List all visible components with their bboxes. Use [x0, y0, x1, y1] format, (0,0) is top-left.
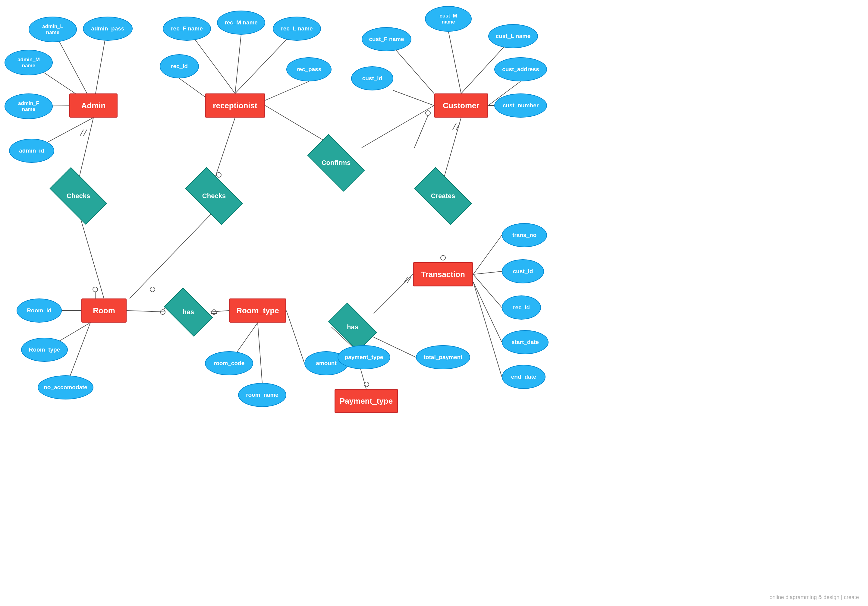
svg-line-6 — [78, 211, 104, 298]
erd-diagram: Admin receptionist Customer Room Room_ty… — [0, 0, 868, 606]
attr-cust-id-t: cust_id — [502, 259, 544, 283]
attr-rec-m-name: rec_M name — [217, 11, 265, 35]
attr-total-payment: total_payment — [416, 345, 470, 369]
attr-room-code: room_code — [205, 351, 253, 375]
attr-rec-pass: rec_pass — [286, 57, 332, 81]
svg-line-27 — [393, 90, 434, 106]
attr-no-accomodate: no_accomodate — [38, 375, 93, 399]
svg-point-19 — [150, 287, 155, 292]
rel-has-trans: has — [332, 314, 374, 341]
svg-line-5 — [78, 118, 93, 181]
svg-line-48 — [209, 311, 229, 312]
attr-cust-f-name: cust_F name — [362, 27, 411, 51]
attr-cust-address: cust_address — [494, 57, 547, 81]
svg-line-35 — [473, 235, 502, 274]
svg-point-49 — [160, 310, 165, 314]
svg-line-36 — [473, 271, 502, 274]
svg-line-32 — [453, 123, 456, 130]
attr-cust-m-name: cust_Mname — [425, 6, 472, 32]
rel-checks-rec: Checks — [188, 181, 240, 211]
svg-line-42 — [403, 277, 408, 283]
entity-room-type: Room_type — [229, 298, 286, 323]
svg-line-58 — [258, 323, 262, 383]
attr-room-type-a: Room_type — [21, 338, 68, 362]
svg-line-16 — [214, 118, 235, 181]
connections-svg — [0, 0, 868, 606]
svg-line-59 — [286, 311, 304, 363]
attr-room-name: room_name — [238, 383, 286, 407]
entity-receptionist: receptionist — [205, 93, 265, 118]
svg-line-37 — [473, 274, 502, 308]
entity-admin: Admin — [69, 93, 118, 118]
attr-end-date: end_date — [502, 365, 546, 389]
svg-line-12 — [235, 35, 241, 93]
svg-line-40 — [374, 274, 413, 314]
attr-admin-l-name: admin_Lname — [29, 17, 77, 42]
svg-point-44 — [364, 382, 369, 387]
svg-line-30 — [443, 118, 461, 181]
svg-line-8 — [84, 130, 87, 136]
svg-line-38 — [473, 282, 502, 342]
svg-line-7 — [80, 130, 84, 136]
svg-point-18 — [216, 172, 221, 177]
rel-checks-admin: Checks — [53, 181, 104, 211]
attr-admin-f-name: admin_Fname — [5, 93, 53, 119]
rel-has-room: has — [167, 298, 209, 326]
attr-cust-number: cust_number — [494, 93, 547, 118]
attr-start-date: start_date — [502, 330, 549, 354]
entity-room: Room — [81, 298, 127, 323]
rel-confirms: Confirms — [310, 148, 362, 178]
attr-rec-l-name: rec_L name — [273, 17, 321, 41]
attr-admin-id: admin_id — [9, 139, 54, 163]
attr-payment-type: payment_type — [338, 345, 390, 369]
svg-line-31 — [456, 123, 460, 130]
attr-admin-pass: admin_pass — [83, 17, 133, 41]
attr-rec-f-name: rec_F name — [163, 17, 211, 41]
svg-line-41 — [407, 277, 411, 283]
svg-line-17 — [130, 211, 214, 298]
attr-room-id: Room_id — [17, 298, 62, 323]
rel-creates: Creates — [417, 181, 469, 211]
attr-rec-id: rec_id — [160, 54, 199, 78]
svg-line-23 — [414, 115, 428, 148]
svg-line-47 — [127, 311, 167, 312]
watermark: online diagramming & design | create — [769, 594, 859, 601]
entity-customer: Customer — [434, 93, 488, 118]
svg-point-53 — [212, 310, 216, 314]
attr-rec-id-t: rec_id — [502, 295, 541, 320]
svg-point-9 — [93, 287, 98, 292]
entity-payment-type: Payment_type — [335, 389, 398, 413]
attr-cust-l-name: cust_L name — [488, 24, 538, 48]
attr-cust-id: cust_id — [351, 66, 393, 90]
attr-admin-m-name: admin_Mname — [5, 50, 53, 75]
svg-line-24 — [448, 32, 461, 93]
svg-line-21 — [362, 106, 434, 148]
entity-transaction: Transaction — [413, 262, 473, 286]
svg-line-39 — [473, 282, 502, 377]
svg-point-22 — [426, 111, 430, 115]
attr-trans-no: trans_no — [502, 223, 547, 247]
svg-point-34 — [441, 255, 445, 260]
